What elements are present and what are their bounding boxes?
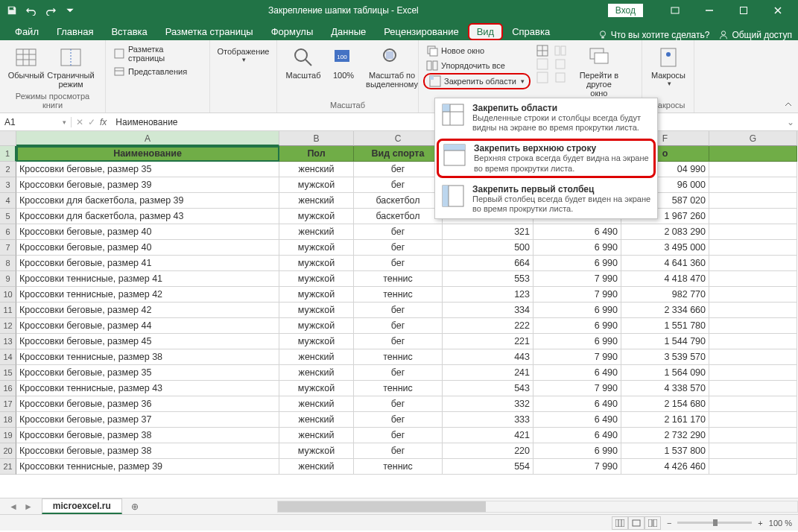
row-header[interactable]: 8 bbox=[0, 256, 16, 271]
column-header[interactable]: G bbox=[709, 131, 797, 146]
cell[interactable]: бег bbox=[354, 303, 443, 318]
header-cell[interactable] bbox=[709, 146, 797, 162]
cell[interactable]: Кроссовки беговые, размер 35 bbox=[16, 162, 279, 177]
cell[interactable]: 664 bbox=[443, 256, 533, 271]
confirm-icon[interactable]: ✓ bbox=[88, 117, 95, 127]
cell[interactable] bbox=[709, 240, 797, 256]
row-header[interactable]: 1 bbox=[0, 146, 16, 162]
cell[interactable]: Кроссовки теннисные, размер 42 bbox=[16, 287, 279, 303]
page-layout-view-icon[interactable] bbox=[628, 516, 645, 530]
normal-view-button[interactable]: Обычный bbox=[4, 43, 48, 91]
macros-button[interactable]: Макросы▾ bbox=[647, 43, 690, 89]
cell[interactable]: 321 bbox=[443, 224, 533, 240]
row-header[interactable]: 7 bbox=[0, 240, 16, 256]
zoom-button[interactable]: Масштаб bbox=[282, 43, 325, 91]
cell[interactable]: теннис bbox=[354, 287, 443, 303]
cell[interactable]: мужской bbox=[279, 287, 354, 303]
scroll-thumb[interactable] bbox=[278, 501, 486, 512]
column-header[interactable]: C bbox=[354, 131, 443, 146]
cell[interactable]: 6 490 bbox=[533, 396, 621, 412]
cell[interactable]: 6 990 bbox=[533, 240, 621, 256]
custom-views-button[interactable]: Представления bbox=[110, 64, 205, 79]
cell[interactable]: 2 083 290 bbox=[621, 224, 709, 240]
tab-insert[interactable]: Вставка bbox=[102, 23, 156, 40]
cell[interactable]: 6 490 bbox=[533, 428, 621, 443]
cell[interactable]: 982 770 bbox=[621, 287, 709, 303]
cell[interactable]: бег bbox=[354, 224, 443, 240]
split-icon[interactable] bbox=[536, 45, 548, 57]
row-header[interactable]: 13 bbox=[0, 334, 16, 349]
cell[interactable]: Кроссовки беговые, размер 41 bbox=[16, 256, 279, 271]
cell[interactable]: Кроссовки беговые, размер 40 bbox=[16, 224, 279, 240]
freeze-top-row-item[interactable]: Закрепить верхнюю строкуВерхняя строка в… bbox=[437, 139, 656, 177]
cell[interactable]: 6 490 bbox=[533, 365, 621, 381]
cell[interactable]: 4 418 470 bbox=[621, 271, 709, 287]
cell[interactable]: Кроссовки для баскетбола, размер 43 bbox=[16, 209, 279, 224]
hide-icon[interactable] bbox=[536, 58, 548, 70]
cell[interactable]: 543 bbox=[443, 381, 533, 396]
cell[interactable]: теннис bbox=[354, 271, 443, 287]
normal-view-icon[interactable] bbox=[612, 516, 628, 530]
cell[interactable]: женский bbox=[279, 349, 354, 365]
cell[interactable]: бег bbox=[354, 177, 443, 193]
cell[interactable] bbox=[709, 459, 797, 475]
tab-home[interactable]: Главная bbox=[48, 23, 102, 40]
cell[interactable] bbox=[709, 271, 797, 287]
tab-help[interactable]: Справка bbox=[503, 23, 559, 40]
cell[interactable] bbox=[709, 334, 797, 349]
sheet-tab[interactable]: microexcel.ru bbox=[42, 498, 122, 514]
zoom-100-button[interactable]: 100100% bbox=[326, 43, 361, 91]
fx-icon[interactable]: fx bbox=[100, 117, 107, 127]
cell[interactable]: 2 334 660 bbox=[621, 303, 709, 318]
cell[interactable]: мужской bbox=[279, 177, 354, 193]
cell[interactable]: 6 990 bbox=[533, 443, 621, 459]
zoom-slider[interactable] bbox=[677, 522, 752, 524]
sheet-nav[interactable]: ◄► bbox=[0, 501, 42, 512]
cell[interactable]: 7 990 bbox=[533, 287, 621, 303]
cell[interactable]: бег bbox=[354, 334, 443, 349]
share-button[interactable]: Общий доступ bbox=[718, 30, 792, 40]
row-header[interactable]: 16 bbox=[0, 381, 16, 396]
sync-scroll-icon[interactable] bbox=[554, 58, 566, 70]
cell[interactable]: 4 338 570 bbox=[621, 381, 709, 396]
cell[interactable]: баскетбол bbox=[354, 193, 443, 209]
tab-view[interactable]: Вид bbox=[468, 23, 504, 40]
cell[interactable]: 7 990 bbox=[533, 459, 621, 475]
cell[interactable]: Кроссовки беговые, размер 36 bbox=[16, 396, 279, 412]
cell[interactable]: бег bbox=[354, 443, 443, 459]
cell[interactable]: 220 bbox=[443, 443, 533, 459]
header-cell[interactable]: Вид спорта bbox=[354, 146, 443, 162]
cell[interactable]: женский bbox=[279, 193, 354, 209]
cell[interactable]: 123 bbox=[443, 287, 533, 303]
login-button[interactable]: Вход bbox=[608, 4, 643, 17]
cell[interactable] bbox=[709, 224, 797, 240]
cell[interactable]: 2 161 170 bbox=[621, 412, 709, 428]
cell[interactable]: мужской bbox=[279, 240, 354, 256]
zoom-out-icon[interactable]: − bbox=[667, 519, 671, 528]
spreadsheet-grid[interactable]: ABCDEFG 1НаименованиеПолВид спортао2Крос… bbox=[0, 131, 798, 498]
cell[interactable]: 1 537 800 bbox=[621, 443, 709, 459]
column-header[interactable]: A bbox=[16, 131, 279, 146]
cell[interactable]: 1 544 790 bbox=[621, 334, 709, 349]
cell[interactable]: Кроссовки беговые, размер 44 bbox=[16, 318, 279, 334]
cell[interactable]: теннис bbox=[354, 459, 443, 475]
cell[interactable]: женский bbox=[279, 396, 354, 412]
cell[interactable]: бег bbox=[354, 162, 443, 177]
tell-me[interactable]: Что вы хотите сделать? bbox=[598, 30, 710, 40]
cell[interactable]: женский bbox=[279, 162, 354, 177]
cell[interactable]: теннис bbox=[354, 381, 443, 396]
cell[interactable] bbox=[709, 318, 797, 334]
zoom-selection-button[interactable]: Масштаб по выделенному bbox=[362, 43, 422, 91]
cell[interactable]: 3 495 000 bbox=[621, 240, 709, 256]
reset-pos-icon[interactable] bbox=[554, 72, 566, 83]
cell[interactable] bbox=[709, 177, 797, 193]
row-header[interactable]: 15 bbox=[0, 365, 16, 381]
row-header[interactable]: 3 bbox=[0, 177, 16, 193]
cell[interactable]: Кроссовки беговые, размер 35 bbox=[16, 365, 279, 381]
cell[interactable]: 553 bbox=[443, 271, 533, 287]
row-header[interactable]: 5 bbox=[0, 209, 16, 224]
cell[interactable]: 6 990 bbox=[533, 334, 621, 349]
zoom-in-icon[interactable]: + bbox=[758, 519, 762, 528]
collapse-ribbon-icon[interactable] bbox=[782, 98, 795, 111]
zoom-level[interactable]: 100 % bbox=[769, 519, 792, 528]
